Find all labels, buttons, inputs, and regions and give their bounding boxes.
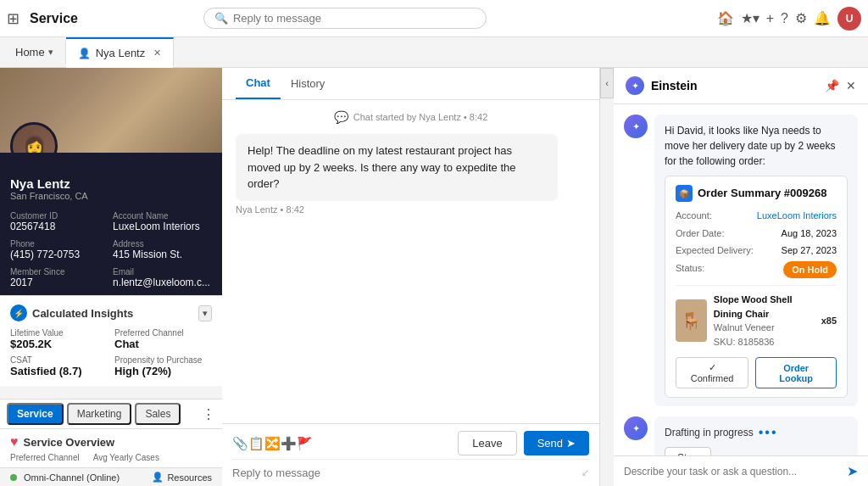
product-sku: SKU: 8185836 (714, 335, 815, 349)
resize-icon: ↙ (581, 467, 589, 478)
stop-button[interactable]: Stop (665, 447, 711, 455)
chat-input-area: 📎 📋 🔀 ➕ 🚩 Leave Send ➤ ↙ (222, 423, 599, 486)
member-since-label: Member Since (10, 267, 109, 277)
account-value[interactable]: LuxeLoom Interiors (757, 209, 837, 223)
more-options-icon[interactable]: ⋮ (202, 406, 215, 422)
metric-lifetime-value: Lifetime Value $205.2K (10, 328, 108, 350)
chat-sender: Nya Lentz (236, 204, 278, 215)
tab-home-label: Home (15, 46, 45, 59)
user-avatar[interactable]: U (837, 7, 861, 31)
metric-channel-value: Chat (114, 338, 212, 350)
collapse-arrow[interactable]: ‹ (600, 68, 614, 98)
transfer-icon[interactable]: 🔀 (264, 436, 281, 451)
search-icon: 🔍 (214, 12, 228, 25)
calc-icon: ⚡ (10, 304, 27, 321)
omni-channel-bar: Omni-Channel (Online) 👤 Resources (0, 467, 222, 486)
address-label: Address (113, 239, 212, 249)
einstein-task-input[interactable] (624, 466, 840, 478)
leave-button[interactable]: Leave (458, 431, 516, 455)
person-icon: 👤 (152, 472, 164, 483)
phone-value: (415) 772-0753 (10, 249, 109, 260)
product-info: Slope Wood Shell Dining Chair Walnut Ven… (714, 293, 815, 349)
einstein-title: Einstein (651, 79, 818, 92)
main-layout: 👩 Nya Lentz San Francisco, CA Customer I… (0, 68, 868, 486)
einstein-message-1: ✦ Hi David, it looks like Nya needs to m… (624, 115, 858, 406)
so-title: Service Overview (24, 436, 115, 449)
chat-actions: Leave Send ➤ (458, 431, 589, 455)
order-card: 📦 Order Summary #009268 Account: LuxeLoo… (665, 176, 848, 398)
metric-csat: CSAT Satisfied (8.7) (10, 355, 108, 377)
product-image: 🪑 (676, 299, 707, 342)
contact-header-bg: 👩 (0, 68, 222, 153)
calc-title-label: Calculated Insights (32, 307, 133, 320)
drafting-row: ✦ Drafting in progress ••• Stop (624, 416, 858, 455)
expected-delivery-value: Sep 27, 2023 (782, 243, 837, 258)
so-metric-avg-label: Avg Yearly Cases (93, 453, 159, 462)
flag-icon[interactable]: 🚩 (297, 436, 313, 451)
grid-icon[interactable]: ⊞ (7, 9, 19, 28)
order-date-value: Aug 18, 2023 (782, 226, 837, 241)
tab-service-button[interactable]: Service (7, 403, 64, 425)
send-label: Send (537, 437, 563, 450)
left-spacer (0, 386, 222, 399)
so-header: ♥ Service Overview (10, 434, 212, 450)
einstein-input-row: ➤ (614, 455, 868, 486)
chat-time-value: 8:42 (287, 204, 304, 215)
einstein-messages: ✦ Hi David, it looks like Nya needs to m… (614, 104, 868, 455)
einstein-bubble-1: Hi David, it looks like Nya needs to mov… (654, 115, 858, 406)
phone-item: Phone (415) 772-0753 (10, 239, 109, 260)
settings-icon[interactable]: ⚙ (795, 10, 807, 26)
favorites-icon[interactable]: ★▾ (741, 10, 760, 26)
attachment-icon[interactable]: 📎 (232, 436, 248, 451)
calc-collapse-button[interactable]: ▾ (198, 305, 212, 321)
drafting-bubble: Drafting in progress ••• Stop (654, 416, 858, 455)
expected-delivery-row: Expected Delivery: Sep 27, 2023 (676, 243, 837, 258)
einstein-intro-text: Hi David, it looks like Nya needs to mov… (665, 125, 835, 167)
order-date-label: Order Date: (676, 226, 724, 241)
contact-name-section: Nya Lentz San Francisco, CA (0, 153, 222, 208)
tab-chevron-icon[interactable]: ▾ (48, 47, 53, 58)
order-lookup-button[interactable]: Order Lookup (755, 357, 837, 388)
send-button[interactable]: Send ➤ (524, 431, 589, 455)
account-name-value: LuxeLoom Interiors (113, 221, 212, 232)
search-bar[interactable]: 🔍 (203, 8, 487, 29)
resources-label: Resources (167, 472, 212, 483)
search-input[interactable] (233, 12, 476, 25)
confirmed-button[interactable]: ✓ Confirmed (676, 357, 748, 388)
member-since-value: 2017 (10, 277, 109, 288)
omni-channel-label: Omni-Channel (Online) (24, 472, 120, 483)
tab-close-icon[interactable]: ✕ (153, 47, 161, 59)
metric-lifetime-value-text: $205.2K (10, 338, 108, 350)
help-icon[interactable]: ? (781, 11, 788, 26)
einstein-close-icon[interactable]: ✕ (846, 79, 856, 92)
tab-home[interactable]: Home ▾ (3, 41, 66, 64)
metric-propensity-value: High (72%) (114, 365, 212, 377)
pin-icon[interactable]: 📌 (825, 79, 839, 92)
tab-active-label: Nya Lentz (96, 47, 146, 59)
metric-preferred-channel: Preferred Channel Chat (114, 328, 212, 350)
contact-location: San Francisco, CA (10, 191, 212, 201)
metric-lifetime-label: Lifetime Value (10, 328, 108, 338)
nav-icons: 🏠 ★▾ + ? ⚙ 🔔 U (717, 7, 861, 31)
customer-id-item: Customer ID 02567418 (10, 211, 109, 232)
chat-system-text: Chat started by Nya Lentz • 8:42 (353, 112, 488, 122)
tab-history[interactable]: History (281, 69, 335, 98)
chat-reply-input[interactable] (232, 466, 581, 479)
quick-text-icon[interactable]: 📋 (248, 436, 264, 451)
add-icon[interactable]: ➕ (281, 436, 297, 451)
order-date-row: Order Date: Aug 18, 2023 (676, 226, 837, 241)
einstein-send-icon[interactable]: ➤ (847, 463, 858, 479)
new-record-icon[interactable]: + (766, 11, 774, 26)
tab-chat[interactable]: Chat (236, 68, 281, 99)
chat-meta: Nya Lentz • 8:42 (236, 204, 586, 215)
tab-nya-lentz[interactable]: 👤 Nya Lentz ✕ (66, 37, 175, 68)
einstein-avatar-2: ✦ (624, 416, 648, 440)
tab-marketing-button[interactable]: Marketing (67, 403, 132, 425)
tab-record-icon: 👤 (78, 47, 91, 59)
resources-button[interactable]: 👤 Resources (152, 472, 212, 483)
status-badge: On Hold (783, 261, 837, 279)
setup-icon[interactable]: 🏠 (717, 10, 734, 26)
bottom-tabs: Service Marketing Sales ⋮ (0, 399, 222, 428)
tab-sales-button[interactable]: Sales (135, 403, 181, 425)
notifications-icon[interactable]: 🔔 (814, 10, 831, 26)
